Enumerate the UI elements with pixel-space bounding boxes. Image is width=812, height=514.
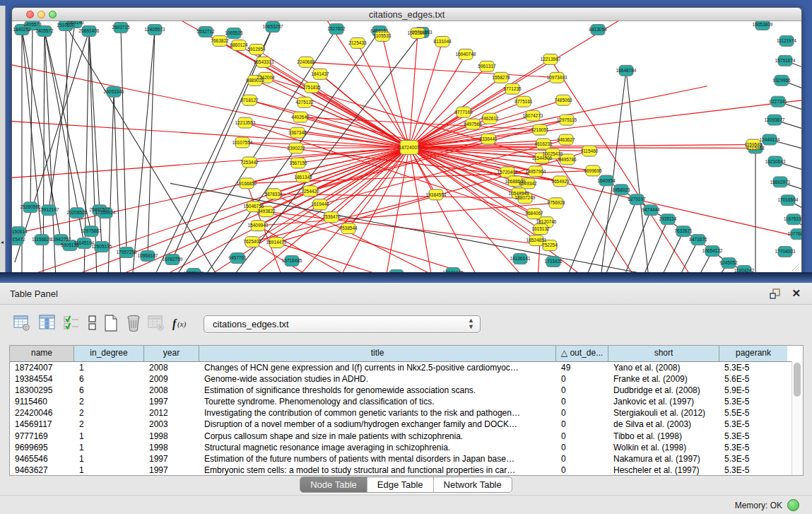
graph-node-label: 9457791 (228, 255, 247, 260)
table-cell: 5.3E-5 (719, 431, 787, 442)
graph-node-label: 1615132 (531, 226, 550, 231)
graph-node-label: 4616231 (534, 141, 553, 146)
graph-node-label: 7663822 (211, 38, 229, 43)
table-cell: 18300295 (10, 385, 74, 396)
column-checklist-icon[interactable] (62, 314, 81, 332)
table-cell: 22420046 (10, 407, 74, 419)
table-row[interactable]: 946362711997Embryonic stem cells: a mode… (10, 465, 803, 476)
tab-node-table[interactable]: Node Table (300, 477, 367, 492)
show-columns-icon[interactable] (38, 314, 57, 332)
table-cell: Estimation of significance thresholds fo… (199, 385, 556, 396)
graph-node-label: 5905135 (61, 243, 79, 247)
table-row[interactable]: 1830029562008Estimation of significance … (10, 385, 803, 396)
graph-node-label: 9684067 (525, 211, 543, 216)
table-cell: Jankovic et al. (1997) (608, 396, 719, 407)
close-panel-icon[interactable]: ✕ (792, 287, 801, 300)
graph-node-label: 1527602 (327, 26, 346, 31)
table-row[interactable]: 969969511998Structural magnetic resonanc… (10, 442, 803, 453)
table-cell: 2 (74, 396, 144, 407)
table-row[interactable]: 946554611997Estimation of the future num… (10, 453, 803, 465)
column-header-short[interactable]: short (608, 346, 719, 361)
graph-node-label: 2751835 (302, 85, 321, 90)
table-cell: 0 (556, 453, 608, 465)
graph-node-label: 2125433 (348, 40, 367, 45)
graph-node-label: 7632621 (674, 228, 693, 233)
table-cell: 19384554 (10, 373, 74, 385)
table-vertical-scrollbar[interactable] (792, 361, 803, 475)
table-row[interactable]: 1938455462009Genome-wide association stu… (10, 373, 803, 385)
graph-node-label: 25260595 (20, 204, 41, 209)
graph-node-label: 1065525 (225, 30, 243, 35)
table-row[interactable]: 977716911998Corpus callosum shape and si… (10, 431, 803, 442)
collapse-left-arrow-icon[interactable]: ◂ (1, 239, 4, 245)
table-row[interactable]: 911546021997Tourette syndrome. Phenomeno… (10, 396, 803, 407)
node-table: namein_degreeyeartitle△ out_de...shortpa… (9, 345, 804, 476)
graph-node-label: 10107554 (233, 140, 253, 145)
tab-edge-table[interactable]: Edge Table (367, 477, 434, 492)
graph-node-label: 5532712 (196, 29, 215, 34)
panel-title: Table Panel (10, 288, 58, 299)
graph-node-label: 15912197 (39, 207, 59, 212)
graph-node-label: 14136141 (510, 256, 531, 261)
column-header-in_degree[interactable]: in_degree (74, 346, 144, 361)
graph-node-label: 1105533 (374, 33, 392, 38)
window-resize-grip[interactable] (790, 262, 800, 271)
delete-column-icon[interactable] (124, 314, 143, 332)
table-cell: 0 (556, 465, 608, 476)
table-cell: 0 (556, 396, 608, 407)
graph-node-label: 2240683 (297, 59, 315, 64)
left-panel-divider[interactable] (0, 6, 6, 279)
table-cell: 0 (556, 431, 608, 442)
row-panel-icon[interactable] (83, 314, 102, 332)
scrollbar-thumb[interactable] (794, 363, 801, 397)
column-header-year[interactable]: year (144, 346, 199, 361)
graph-node-label: 16074273 (523, 113, 543, 118)
graph-node-label: 9474444 (642, 207, 660, 212)
desktop-bottom-strip (0, 272, 812, 283)
table-cell: 5.3E-5 (719, 453, 787, 465)
graph-node-label: 16782759 (163, 257, 183, 262)
column-header-out_de[interactable]: △ out_de... (556, 346, 608, 361)
create-column-icon[interactable] (102, 314, 120, 332)
table-row[interactable]: 2242004622012Investigating the contribut… (10, 407, 803, 419)
graph-node-label: 7254420 (301, 189, 319, 194)
delete-table-icon[interactable] (147, 314, 165, 332)
graph-node-label: 9463627 (557, 137, 575, 142)
graph-node-label: 9889023 (246, 78, 264, 83)
graph-node-label: 9150614 (12, 229, 28, 234)
table-cell: Nakamura et al. (1997) (608, 453, 719, 465)
graph-node-label: 9654923 (551, 179, 570, 184)
table-cell: 1998 (144, 431, 199, 442)
table-options-icon[interactable] (13, 314, 31, 332)
window-titlebar[interactable]: citations_edges.txt (12, 8, 801, 21)
graph-node-label: 1840252 (13, 27, 31, 32)
column-header-pagerank[interactable]: pagerank (719, 346, 787, 361)
graph-node-label: 2935114 (659, 216, 677, 221)
table-cell: 0 (556, 419, 608, 430)
table-cell: Changes of HCN gene expression and I(f) … (199, 362, 556, 373)
column-header-name[interactable]: name (10, 346, 74, 361)
graph-node-label: 26053346 (104, 89, 124, 94)
function-builder-icon[interactable]: f (x) (171, 314, 189, 332)
float-panel-icon[interactable] (770, 288, 781, 299)
graph-node-label: 752254 (542, 243, 558, 247)
memory-ok-indicator[interactable] (787, 499, 799, 511)
graph-node-label: 1861343 (294, 175, 312, 180)
table-cell: 0 (556, 407, 608, 419)
table-cell: 5.3E-5 (719, 362, 787, 373)
graph-node-label: 11544906 (532, 156, 553, 160)
graph-node-label: 15723997 (408, 30, 428, 35)
tab-network-table[interactable]: Network Table (434, 477, 512, 492)
graph-node-label: 7625402 (243, 239, 261, 244)
column-header-title[interactable]: title (199, 346, 556, 361)
network-canvas[interactable]: 1872400718402522405572151060020691406140… (12, 21, 801, 273)
graph-node-label: 2336441 (479, 136, 498, 141)
table-cell: Disruption of a novel member of a sodium… (199, 419, 556, 430)
table-selector-dropdown[interactable]: citations_edges.txt ▲▼ (204, 315, 481, 333)
table-row[interactable]: 1456911722003Disruption of a novel membe… (10, 419, 803, 430)
graph-node-label: 3567155 (289, 160, 307, 165)
graph-node-label: 18807249 (515, 195, 536, 200)
table-cell: Stergiakouli et al. (2012) (608, 407, 719, 419)
table-row[interactable]: 1872400712008Changes of HCN gene express… (10, 362, 803, 373)
graph-node-label: 1405573 (23, 22, 42, 27)
